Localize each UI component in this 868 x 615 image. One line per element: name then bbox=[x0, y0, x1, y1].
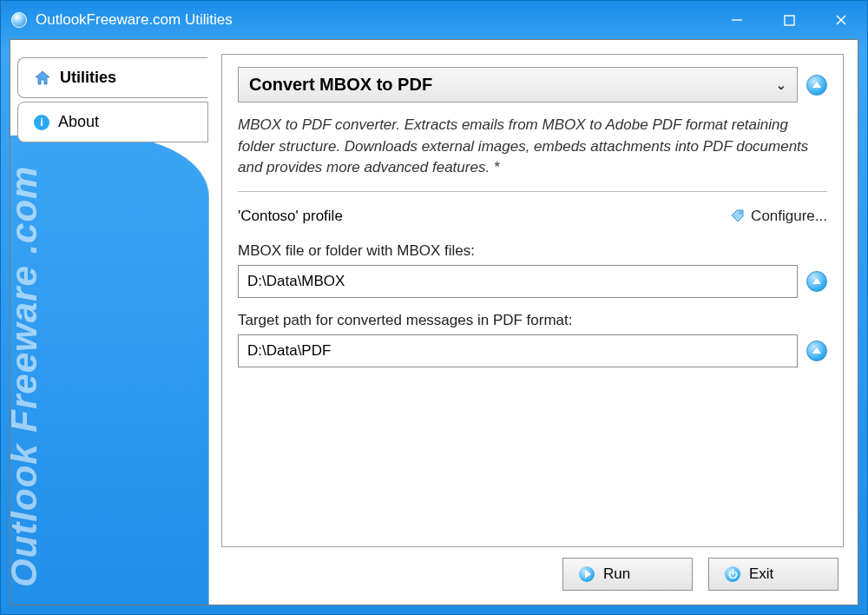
content-frame: Utilities i About Outlook Freeware .com … bbox=[10, 39, 858, 605]
play-icon bbox=[579, 566, 595, 582]
tag-icon bbox=[730, 208, 746, 224]
titlebar: OutlookFreeware.com Utilities bbox=[1, 1, 867, 39]
collapse-button[interactable] bbox=[806, 75, 827, 96]
app-window: OutlookFreeware.com Utilities Utilities bbox=[0, 0, 868, 615]
utility-title: Convert MBOX to PDF bbox=[249, 75, 432, 95]
configure-label: Configure... bbox=[751, 208, 827, 225]
target-input[interactable] bbox=[238, 334, 798, 367]
mbox-label: MBOX file or folder with MBOX files: bbox=[238, 242, 827, 260]
minimize-button[interactable] bbox=[711, 1, 763, 39]
run-label: Run bbox=[603, 565, 630, 583]
utility-header-row: Convert MBOX to PDF ⌄ bbox=[238, 67, 827, 102]
target-label: Target path for converted messages in PD… bbox=[238, 312, 827, 329]
main-panel: Convert MBOX to PDF ⌄ MBOX to PDF conver… bbox=[207, 40, 858, 605]
target-browse-button[interactable] bbox=[806, 341, 827, 361]
window-controls bbox=[711, 1, 867, 39]
profile-label: 'Contoso' profile bbox=[238, 208, 343, 225]
utility-description: MBOX to PDF converter. Extracts emails f… bbox=[238, 111, 827, 192]
svg-point-4 bbox=[740, 212, 742, 215]
sidebar-background bbox=[10, 136, 209, 605]
action-buttons: Run Exit bbox=[221, 547, 844, 591]
target-field-group: Target path for converted messages in PD… bbox=[238, 312, 827, 367]
utility-selector[interactable]: Convert MBOX to PDF ⌄ bbox=[238, 67, 798, 102]
close-button[interactable] bbox=[815, 1, 867, 39]
tab-label: Utilities bbox=[60, 69, 116, 87]
run-button[interactable]: Run bbox=[562, 558, 693, 591]
window-title: OutlookFreeware.com Utilities bbox=[36, 11, 711, 29]
mbox-browse-button[interactable] bbox=[806, 271, 827, 292]
exit-label: Exit bbox=[749, 565, 773, 583]
profile-row: 'Contoso' profile Configure... bbox=[238, 201, 827, 228]
client-area: Utilities i About Outlook Freeware .com … bbox=[10, 39, 858, 605]
home-icon bbox=[34, 69, 51, 87]
app-icon bbox=[11, 12, 27, 28]
power-icon bbox=[725, 566, 740, 582]
utility-panel: Convert MBOX to PDF ⌄ MBOX to PDF conver… bbox=[221, 54, 844, 547]
chevron-down-icon: ⌄ bbox=[776, 78, 786, 92]
maximize-button[interactable] bbox=[763, 1, 815, 39]
svg-rect-1 bbox=[785, 16, 794, 25]
mbox-input[interactable] bbox=[238, 265, 798, 298]
mbox-field-group: MBOX file or folder with MBOX files: bbox=[238, 242, 827, 298]
info-icon: i bbox=[34, 115, 49, 130]
tab-about[interactable]: i About bbox=[17, 102, 208, 142]
exit-button[interactable]: Exit bbox=[708, 558, 838, 591]
tab-label: About bbox=[58, 113, 99, 131]
sidebar: Utilities i About bbox=[17, 57, 208, 146]
tab-utilities[interactable]: Utilities bbox=[17, 57, 208, 98]
configure-link[interactable]: Configure... bbox=[730, 208, 827, 225]
